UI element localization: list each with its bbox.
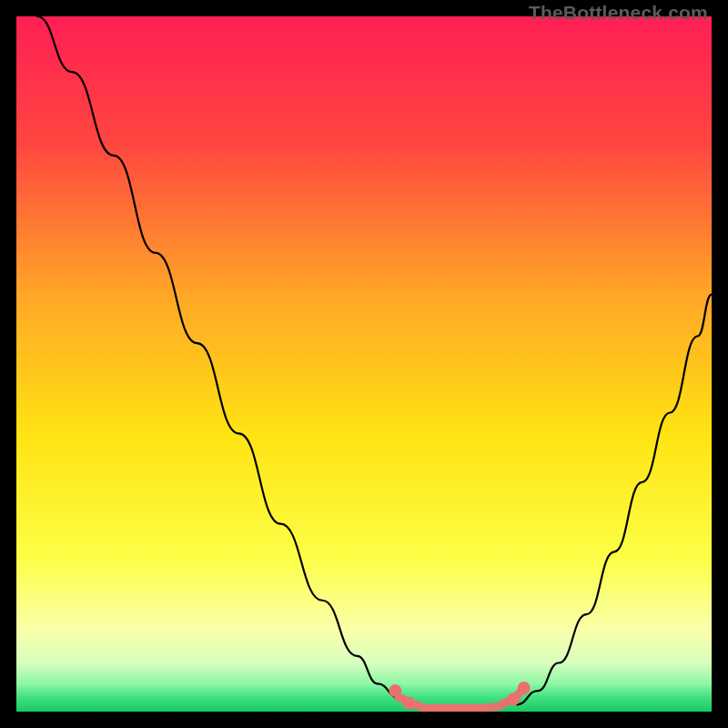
floor-dot	[507, 693, 520, 705]
gradient-background	[16, 16, 712, 712]
bottleneck-chart	[16, 16, 712, 712]
floor-dot	[403, 697, 416, 710]
chart-frame	[16, 16, 712, 712]
floor-dot	[518, 682, 531, 694]
floor-dot	[389, 684, 401, 697]
watermark-text: TheBottleneck.com	[529, 2, 708, 24]
